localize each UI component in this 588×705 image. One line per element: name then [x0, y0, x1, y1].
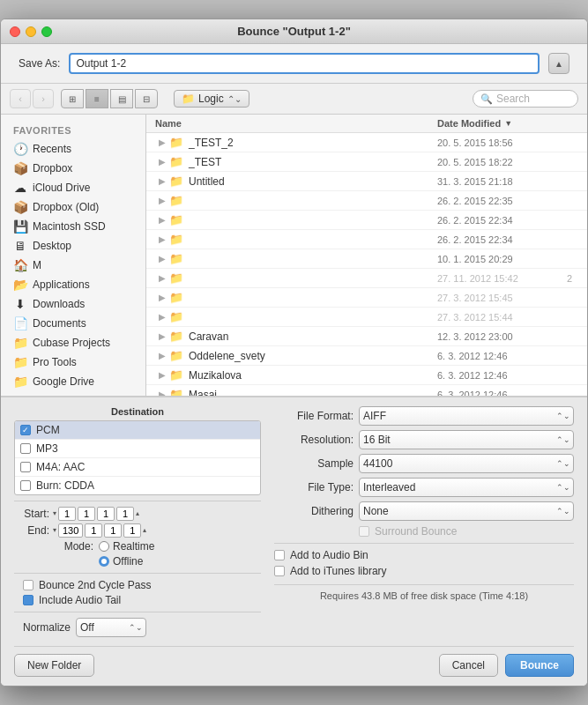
end-val-3[interactable]: 1	[104, 523, 122, 538]
pcm-checkbox[interactable]: ✓	[20, 425, 31, 435]
file-format-label: File Format:	[274, 410, 354, 422]
m4a-checkbox[interactable]	[20, 462, 31, 472]
end-val-1[interactable]: 130	[58, 523, 83, 538]
sidebar-item-icloud[interactable]: ☁ iCloud Drive	[1, 178, 145, 197]
start-val-1[interactable]: 1	[58, 507, 76, 521]
bounce-2nd-checkbox[interactable]	[23, 580, 33, 590]
file-format-row: File Format: AIFF WAV CAF MP3 AAC	[274, 406, 574, 426]
sidebar-item-google-drive[interactable]: 📁 Google Drive	[1, 372, 145, 391]
dithering-row: Dithering None POW-r 1 POW-r 2 POW-r 3	[274, 501, 574, 521]
file-type-select[interactable]: Interleaved Split	[359, 478, 574, 497]
table-row[interactable]: ▶ 📁 27. 3. 2012 15:45	[146, 288, 587, 308]
search-box[interactable]: 🔍 Search	[473, 90, 578, 108]
dest-row-pcm[interactable]: ✓ PCM	[15, 421, 260, 440]
folder-icon: 📁	[169, 349, 185, 362]
new-folder-button[interactable]: New Folder	[14, 654, 94, 677]
icon-view-button[interactable]: ⊞	[61, 89, 84, 108]
start-arrow-group[interactable]: ▾	[53, 510, 56, 517]
location-button[interactable]: 📁 Logic ⌃⌄	[174, 90, 249, 108]
expand-arrow: ▶	[155, 215, 169, 225]
sample-select[interactable]: 44100 48000 88200 96000	[359, 454, 574, 473]
end-val-2[interactable]: 1	[85, 523, 102, 538]
surround-checkbox[interactable]	[359, 526, 369, 537]
minimize-button[interactable]	[26, 26, 36, 37]
back-button[interactable]: ‹	[10, 89, 31, 108]
table-row[interactable]: ▶ 📁 27. 11. 2012 15:42 2	[146, 269, 587, 288]
realtime-radio[interactable]	[99, 541, 109, 552]
table-row[interactable]: ▶ 📁 _TEST 20. 5. 2015 18:22	[146, 152, 587, 172]
sidebar-item-desktop[interactable]: 🖥 Desktop	[1, 236, 145, 256]
expand-button[interactable]: ▲	[548, 53, 569, 74]
maximize-button[interactable]	[41, 26, 52, 37]
audio-tail-checkbox[interactable]	[23, 595, 33, 605]
window-title: Bounce "Output 1-2"	[237, 25, 351, 38]
sidebar-item-m[interactable]: 🏠 M	[1, 256, 145, 275]
sidebar-item-downloads[interactable]: ⬇ Downloads	[1, 294, 145, 314]
start-val-3[interactable]: 1	[97, 507, 115, 521]
table-row[interactable]: ▶ 📁 Muzikalova 6. 3. 2012 12:46	[146, 366, 587, 385]
file-date: 20. 5. 2015 18:22	[437, 157, 561, 167]
table-row[interactable]: ▶ 📁 Caravan 12. 3. 2012 23:00	[146, 327, 587, 346]
column-view-button[interactable]: ▤	[110, 89, 133, 108]
normalize-select[interactable]: Off On	[76, 618, 146, 637]
mp3-checkbox[interactable]	[20, 443, 31, 454]
file-date: 12. 3. 2012 23:00	[437, 331, 561, 342]
burn-checkbox[interactable]	[20, 480, 31, 491]
sidebar-item-macintosh-ssd[interactable]: 💾 Macintosh SSD	[1, 217, 145, 236]
end-val-4[interactable]: 1	[123, 523, 141, 538]
dest-row-burn[interactable]: Burn: CDDA	[15, 477, 260, 494]
save-as-input[interactable]	[69, 53, 540, 74]
sidebar-item-label: Cubase Projects	[33, 337, 110, 349]
sidebar-item-dropbox[interactable]: 📦 Dropbox	[1, 159, 145, 178]
sidebar-item-documents[interactable]: 📄 Documents	[1, 314, 145, 333]
sidebar-item-recents[interactable]: 🕐 Recents	[1, 139, 145, 159]
sidebar: Favorites 🕐 Recents 📦 Dropbox ☁ iCloud D…	[1, 115, 146, 396]
forward-button[interactable]: ›	[33, 89, 54, 108]
table-row[interactable]: ▶ 📁 26. 2. 2015 22:35	[146, 191, 587, 211]
add-itunes-checkbox[interactable]	[274, 566, 285, 576]
sidebar-item-pro-tools[interactable]: 📁 Pro Tools	[1, 352, 145, 372]
sidebar-item-cubase-projects[interactable]: 📁 Cubase Projects	[1, 333, 145, 352]
mode-radio-group: Realtime	[99, 540, 154, 553]
table-row[interactable]: ▶ 📁 26. 2. 2015 22:34	[146, 211, 587, 230]
table-row[interactable]: ▶ 📁 Masai 6. 3. 2012 12:46	[146, 385, 587, 396]
file-format-select[interactable]: AIFF WAV CAF MP3 AAC	[359, 406, 574, 426]
table-row[interactable]: ▶ 📁 Untitled 31. 3. 2015 21:18	[146, 172, 587, 191]
table-row[interactable]: ▶ 📁 27. 3. 2012 15:44	[146, 308, 587, 327]
list-view-button[interactable]: ≡	[86, 89, 108, 108]
expand-arrow: ▶	[155, 331, 169, 341]
realtime-option[interactable]: Realtime	[99, 540, 154, 553]
table-row[interactable]: ▶ 📁 26. 2. 2015 22:34	[146, 230, 587, 249]
folder-icon: 📁	[169, 388, 185, 396]
resolution-select[interactable]: 16 Bit 24 Bit 32 Bit Float	[359, 430, 574, 449]
header-date[interactable]: Date Modified ▼	[437, 118, 561, 129]
dithering-select[interactable]: None POW-r 1 POW-r 2 POW-r 3	[359, 501, 574, 521]
close-button[interactable]	[10, 26, 20, 37]
add-audio-bin-checkbox[interactable]	[274, 550, 285, 560]
end-up-group[interactable]: ▴	[143, 527, 146, 534]
cancel-button[interactable]: Cancel	[439, 654, 498, 677]
dest-row-m4a[interactable]: M4A: AAC	[15, 458, 260, 477]
header-name[interactable]: Name	[155, 118, 437, 129]
normalize-row: Normalize Off On ⌃⌄	[23, 618, 261, 637]
sidebar-item-dropbox-old[interactable]: 📦 Dropbox (Old)	[1, 197, 145, 217]
sidebar-item-applications[interactable]: 📂 Applications	[1, 275, 145, 294]
expand-arrow: ▶	[155, 254, 169, 263]
expand-arrow: ▶	[155, 390, 169, 396]
file-list-header: Name Date Modified ▼	[146, 115, 587, 133]
dest-row-mp3[interactable]: MP3	[15, 440, 260, 458]
start-val-4[interactable]: 1	[116, 507, 134, 521]
gallery-view-button[interactable]: ⊟	[135, 89, 158, 108]
end-down-group[interactable]: ▾	[53, 527, 56, 534]
offline-option[interactable]: Offline	[99, 555, 143, 568]
table-row[interactable]: ▶ 📁 10. 1. 2015 20:29	[146, 249, 587, 269]
file-date: 27. 3. 2012 15:44	[437, 312, 561, 323]
bounce-button[interactable]: Bounce	[505, 654, 574, 677]
start-val-2[interactable]: 1	[78, 507, 95, 521]
offline-radio[interactable]	[99, 556, 109, 567]
table-row[interactable]: ▶ 📁 Oddelene_svety 6. 3. 2012 12:46	[146, 346, 587, 366]
sample-row: Sample 44100 48000 88200 96000	[274, 454, 574, 473]
sidebar-item-label: Dropbox (Old)	[33, 201, 99, 213]
start-up-group[interactable]: ▴	[136, 510, 139, 517]
table-row[interactable]: ▶ 📁 _TEST_2 20. 5. 2015 18:56	[146, 133, 587, 152]
